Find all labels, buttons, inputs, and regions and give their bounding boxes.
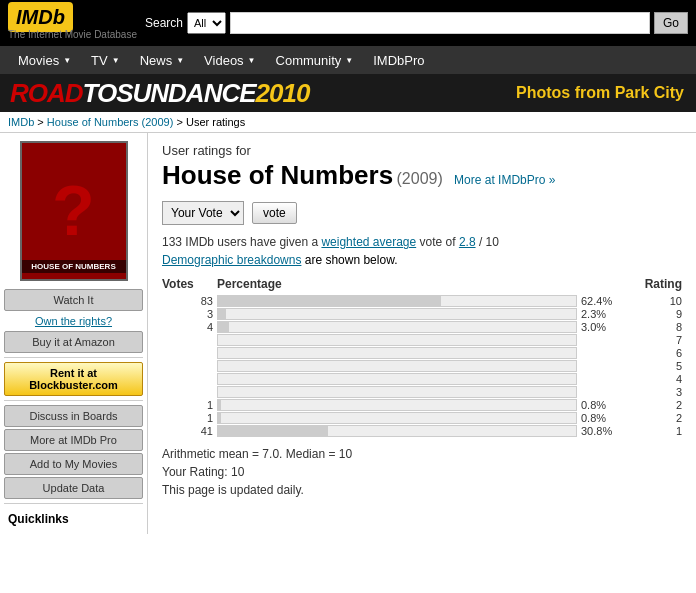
nav-tv-arrow: ▼ [112, 56, 120, 65]
nav-community-arrow: ▼ [345, 56, 353, 65]
bar-3 [217, 386, 577, 398]
nav-imdbpro[interactable]: IMDbPro [363, 46, 434, 74]
poster-title: HOUSE OF NUMBERS [22, 260, 126, 273]
nav-community[interactable]: Community ▼ [266, 46, 364, 74]
header-votes: Votes [162, 277, 217, 291]
star-6: 6 [632, 347, 682, 359]
table-row: 4 [162, 373, 682, 385]
bar-fill-2a [218, 400, 221, 410]
buy-amazon-button[interactable]: Buy it at Amazon [4, 331, 143, 353]
search-category-select[interactable]: All [187, 12, 226, 34]
bar-7 [217, 334, 577, 346]
bar-fill-9 [218, 309, 226, 319]
content-area: User ratings for House of Numbers (2009)… [148, 133, 696, 534]
movie-year: (2009) [397, 170, 443, 187]
star-3: 3 [632, 386, 682, 398]
nav-movies-arrow: ▼ [63, 56, 71, 65]
sundance-banner: ROADTOSUNDANCE2010 Photos from Park City [0, 74, 696, 112]
table-row: 6 [162, 347, 682, 359]
votes-2b: 1 [162, 412, 217, 424]
bar-5 [217, 360, 577, 372]
update-note: This page is updated daily. [162, 483, 682, 497]
weighted-average-link[interactable]: weighted average [321, 235, 416, 249]
search-area: Search All Go [145, 12, 688, 34]
table-row: 83 62.4% 10 [162, 295, 682, 307]
nav-movies[interactable]: Movies ▼ [8, 46, 81, 74]
nav-videos-arrow: ▼ [248, 56, 256, 65]
imdb-tagline: The Internet Movie Database [8, 29, 137, 40]
nav-news-arrow: ▼ [176, 56, 184, 65]
rent-blockbuster-button[interactable]: Rent it at Blockbuster.com [4, 362, 143, 396]
votes-1: 41 [162, 425, 217, 437]
imdb-logo-block: IMDb The Internet Movie Database [8, 6, 137, 40]
park-city-link[interactable]: Photos from Park City [504, 84, 696, 102]
breadcrumb-movie[interactable]: House of Numbers (2009) [47, 116, 174, 128]
bar-fill-8 [218, 322, 229, 332]
breadcrumb-imdb[interactable]: IMDb [8, 116, 34, 128]
bar-9 [217, 308, 577, 320]
star-9: 9 [632, 308, 682, 320]
own-rights-button[interactable]: Own the rights? [4, 313, 143, 329]
nav-news[interactable]: News ▼ [130, 46, 194, 74]
imdb-logo[interactable]: IMDb [8, 2, 73, 32]
your-rating-row: Your Rating: 10 [162, 465, 682, 479]
update-data-button[interactable]: Update Data [4, 477, 143, 499]
vote-row: Your Vote 1234 5678 910 vote [162, 201, 682, 225]
star-7: 7 [632, 334, 682, 346]
table-row: 1 0.8% 2 [162, 412, 682, 424]
quicklinks-label: Quicklinks [4, 508, 143, 526]
bar-4 [217, 373, 577, 385]
sidebar: ? HOUSE OF NUMBERS Watch It Own the righ… [0, 133, 148, 534]
star-2b: 2 [632, 412, 682, 424]
nav-videos[interactable]: Videos ▼ [194, 46, 265, 74]
star-10: 10 [632, 295, 682, 307]
bar-2a [217, 399, 577, 411]
pct-9: 2.3% [577, 308, 632, 320]
star-2a: 2 [632, 399, 682, 411]
pct-2b: 0.8% [577, 412, 632, 424]
demographic-breakdowns-link[interactable]: Demographic breakdowns [162, 253, 301, 267]
ratings-table: Votes Percentage Rating 83 62.4% 10 3 2.… [162, 277, 682, 437]
search-button[interactable]: Go [654, 12, 688, 34]
add-movies-button[interactable]: Add to My Movies [4, 453, 143, 475]
discuss-boards-button[interactable]: Discuss in Boards [4, 405, 143, 427]
sundance-to: TO [83, 78, 117, 108]
ratings-header: Votes Percentage Rating [162, 277, 682, 291]
more-imdbpro-button[interactable]: More at IMDb Pro [4, 429, 143, 451]
breadcrumb: IMDb > House of Numbers (2009) > User ra… [0, 112, 696, 133]
search-input[interactable] [230, 12, 650, 34]
nav-tv[interactable]: TV ▼ [81, 46, 130, 74]
imdbpro-link[interactable]: More at IMDbPro » [454, 173, 555, 187]
main-layout: ? HOUSE OF NUMBERS Watch It Own the righ… [0, 133, 696, 534]
site-header: IMDb The Internet Movie Database Search … [0, 0, 696, 46]
header-percentage: Percentage [217, 277, 577, 291]
rating-summary: 133 IMDb users have given a weighted ave… [162, 235, 682, 249]
table-row: 41 30.8% 1 [162, 425, 682, 437]
pct-2a: 0.8% [577, 399, 632, 411]
bar-fill-10 [218, 296, 441, 306]
page-subtitle: User ratings for [162, 143, 682, 158]
bar-fill-1 [218, 426, 328, 436]
sidebar-divider-3 [4, 503, 143, 504]
watch-it-button[interactable]: Watch It [4, 289, 143, 311]
bar-fill-2b [218, 413, 221, 423]
pct-10: 62.4% [577, 295, 632, 307]
pct-1: 30.8% [577, 425, 632, 437]
bar-1 [217, 425, 577, 437]
vote-button[interactable]: vote [252, 202, 297, 224]
stats-row: Arithmetic mean = 7.0. Median = 10 [162, 447, 682, 461]
bar-6 [217, 347, 577, 359]
table-row: 3 [162, 386, 682, 398]
rating-value[interactable]: 2.8 [459, 235, 476, 249]
table-row: 7 [162, 334, 682, 346]
header-rating: Rating [632, 277, 682, 291]
sundance-word: SUNDANCE [116, 78, 255, 108]
sundance-title: ROADTOSUNDANCE2010 [0, 78, 319, 109]
poster-question-mark: ? [52, 171, 95, 251]
vote-select[interactable]: Your Vote 1234 5678 910 [162, 201, 244, 225]
movie-title: House of Numbers [162, 160, 393, 190]
votes-8: 4 [162, 321, 217, 333]
your-rating-value: 10 [231, 465, 244, 479]
table-row: 5 [162, 360, 682, 372]
star-5: 5 [632, 360, 682, 372]
